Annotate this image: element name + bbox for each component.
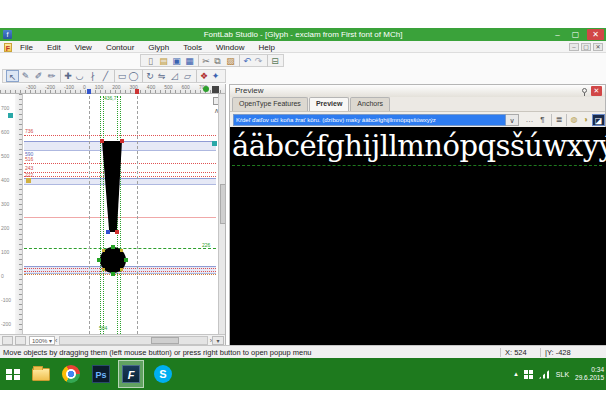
contour-node[interactable] [100,139,104,143]
menu-item[interactable]: Tools [181,42,204,53]
slant-tool[interactable]: ▱ [181,70,194,82]
sample-list-icon[interactable]: ≣ [551,114,564,126]
menu-item[interactable]: View [73,42,94,53]
horizontal-scrollbar[interactable] [59,336,207,345]
ruler-options-icon[interactable] [212,86,219,93]
menu-item[interactable]: Glyph [146,42,171,53]
preview-input-dropdown[interactable]: ∨ [506,114,519,126]
zone-marker-icon[interactable] [212,141,217,146]
control-handle[interactable] [102,268,105,271]
left-sidebearing-marker[interactable] [87,89,91,94]
horizontal-scroll-thumb[interactable] [151,337,179,344]
language-indicator[interactable]: SLK [556,371,569,378]
menu-item[interactable]: File [18,42,35,53]
invert-toggle[interactable]: ◪ [592,114,605,126]
contour-node[interactable] [97,258,101,262]
clock[interactable]: 0:34 29.6.2015 [575,366,604,382]
mdi-minimize-button[interactable]: – [569,43,579,51]
close-button[interactable]: ✕ [587,29,604,40]
paste-icon[interactable]: ▨ [224,55,237,67]
flip-tool[interactable]: ⇋ [155,70,168,82]
taskbar-skype-button[interactable]: S [150,360,176,388]
contour-node[interactable] [111,245,115,249]
vertical-scrollbar[interactable] [218,94,226,334]
corner-dropdown-button[interactable]: ▾ [212,336,224,345]
taskbar-photoshop-button[interactable]: Ps [88,360,114,388]
control-handle[interactable] [120,249,123,252]
more-samples-icon[interactable]: … [523,114,536,126]
preview-close-button[interactable]: ✕ [591,86,602,96]
redo-icon[interactable]: ↷ [252,55,265,67]
zoom-level-select[interactable]: 100% ▾ [29,336,55,345]
rotate-tool[interactable]: ↻ [142,70,155,82]
contour-node[interactable] [124,258,128,262]
menu-item[interactable]: Edit [45,42,63,53]
taskbar-explorer-button[interactable] [28,360,54,388]
layers-icon[interactable] [15,336,26,345]
scale-tool[interactable]: ◿ [168,70,181,82]
save-icon[interactable]: ▣ [170,55,183,67]
measure-tool[interactable]: ❖ [196,70,209,82]
tray-expand-icon[interactable]: ▴ [514,370,518,378]
maximize-button[interactable]: ▢ [567,29,584,40]
ink-tool[interactable]: ✏ [45,70,58,82]
menu-item[interactable]: Help [256,42,276,53]
preview-panel-header[interactable]: Preview ✕ [230,85,605,97]
undo-icon[interactable]: ↶ [239,55,252,67]
horizontal-ruler[interactable]: -300-200-1000100200300400500600700 [0,84,226,94]
preview-text-input[interactable]: Kŕdeľ ďatľov učí koňa žrať kôru. (ďzíbov… [233,114,506,126]
control-handle[interactable] [102,249,105,252]
stem-hint-line[interactable] [100,96,101,334]
preview-render-area[interactable]: áäbcéfghijllmnópqsšúwxyýz [230,127,606,346]
ellipse-tool[interactable]: ◯ [127,70,140,82]
break-node-tool[interactable]: ∤ [86,70,99,82]
menu-item[interactable]: Contour [104,42,136,53]
pin-icon[interactable] [582,88,587,93]
network-signal-icon[interactable] [539,370,550,379]
open-icon[interactable]: ▤ [157,55,170,67]
knife-tool[interactable]: ╱ [99,70,112,82]
contour-node[interactable] [106,230,110,234]
right-sidebearing-marker[interactable] [135,89,139,94]
pencil-tool[interactable]: ✎ [19,70,32,82]
pen-tool[interactable]: ✐ [32,70,45,82]
new-icon[interactable]: ▯ [144,55,157,67]
glyph-edit-canvas[interactable]: -300-200-1000100200300400500600700 70060… [0,84,226,345]
contour-node[interactable] [120,139,124,143]
start-button[interactable] [2,360,24,388]
rectangle-tool[interactable]: ▭ [114,70,127,82]
mdi-restore-button[interactable]: ▢ [581,43,591,51]
exclam-stem-contour[interactable] [102,141,122,232]
save-all-icon[interactable]: ▦ [183,55,196,67]
zone-marker-icon[interactable] [8,113,13,118]
right-sidebearing-line[interactable] [137,96,138,334]
stem-hint-line[interactable] [120,96,121,334]
taskbar-fontlab-button[interactable]: F [118,360,144,388]
zone-marker-icon[interactable] [26,178,31,183]
vertical-scroll-thumb[interactable] [220,184,226,224]
contour-node[interactable] [111,272,115,276]
left-sidebearing-line[interactable] [89,96,90,334]
tray-grid-icon[interactable] [524,370,533,379]
copy-icon[interactable]: ⧉ [211,55,224,67]
tab-opentype-features[interactable]: OpenType Features [232,97,308,111]
tab-anchors[interactable]: Anchors [350,97,390,111]
menu-item[interactable]: Window [214,42,246,53]
control-handle[interactable] [120,268,123,271]
add-curve-tool[interactable]: ◡ [73,70,86,82]
minimize-button[interactable]: – [549,29,566,40]
taskbar-chrome-button[interactable] [58,360,84,388]
waterfall-icon[interactable]: ◍ [566,114,579,126]
print-icon[interactable]: ⊟ [267,55,280,67]
snap-tool[interactable]: ✦ [209,70,222,82]
stem-hint-line[interactable] [103,96,104,334]
vertical-ruler[interactable] [15,94,23,334]
contour-node[interactable] [115,230,119,234]
edit-tool[interactable]: ↖ [6,70,19,82]
lock-icon[interactable] [2,336,13,345]
text-direction-icon[interactable]: ¶ [536,114,549,126]
scroll-left-arrow[interactable]: ‹ [55,337,57,344]
add-node-tool[interactable]: ✚ [60,70,73,82]
mdi-close-button[interactable]: ✕ [593,43,603,51]
cut-icon[interactable]: ✂ [198,55,211,67]
